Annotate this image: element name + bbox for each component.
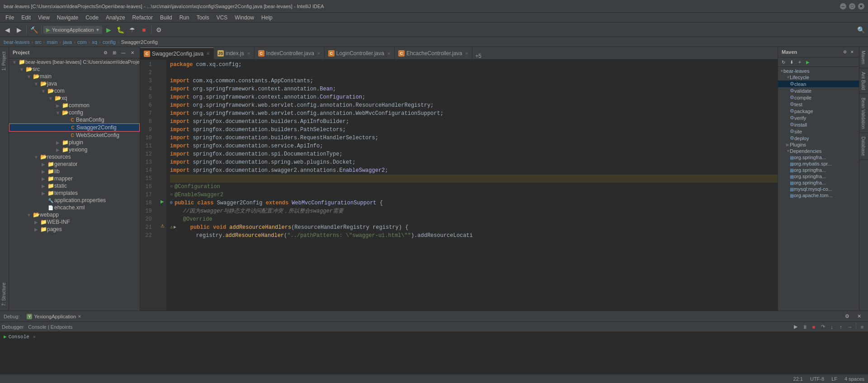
tree-item-websocketconfig[interactable]: C WebSocketConfig (9, 132, 140, 139)
tree-item-webinf[interactable]: ▶ 📁 WEB-INF (9, 218, 140, 226)
console-area[interactable]: ▶ Console ✕ (0, 332, 868, 374)
project-close-btn[interactable]: ✕ (129, 49, 136, 56)
maven-item-package[interactable]: ⚙ package (778, 108, 859, 114)
tree-item-com[interactable]: ▼ 📂 com (9, 87, 140, 95)
tab-close-logincontroller[interactable]: ✕ (387, 51, 391, 56)
maven-add-btn[interactable]: + (796, 58, 803, 66)
menu-edit[interactable]: Edit (18, 14, 34, 22)
side-tab-bean-validation[interactable]: Bean Validation (859, 94, 868, 133)
menu-code[interactable]: Code (82, 14, 102, 22)
debug-step-into-btn[interactable]: ↓ (828, 323, 836, 331)
menu-window[interactable]: Window (231, 14, 258, 22)
menu-analyze[interactable]: Analyze (102, 14, 129, 22)
tree-item-swagger2config[interactable]: C Swagger2Config (9, 123, 140, 132)
maven-tree[interactable]: ▼ bear-leaves ▼ Lifecycle ⚙ clean ⚙ vali… (778, 67, 859, 311)
tree-item-static[interactable]: ▶ 📁 static (9, 182, 140, 189)
tab-close-ehcachecontroller[interactable]: ✕ (465, 51, 468, 56)
maven-item-root[interactable]: ▼ bear-leaves (778, 68, 859, 74)
run-button[interactable]: ▶ (103, 24, 114, 35)
maven-item-test[interactable]: ⚙ test (778, 101, 859, 108)
project-tree[interactable]: ▼ 📁 bear-leaves [bear-levaes] C:\Users\x… (9, 58, 140, 311)
maven-dep-5[interactable]: ▦ org.springfra... (778, 180, 859, 186)
debug-pause-btn[interactable]: ⏸ (801, 323, 809, 331)
breadcrumb-config[interactable]: config (103, 39, 116, 45)
maven-settings-btn[interactable]: ⚙ (842, 49, 848, 55)
maven-item-install[interactable]: ⚙ install (778, 121, 859, 128)
stop-button[interactable]: ■ (138, 24, 149, 35)
maven-item-site[interactable]: ⚙ site (778, 128, 859, 135)
tab-ehcachecontroller[interactable]: C EhcacheController.java ✕ (395, 47, 472, 59)
maven-dep-2[interactable]: ▦ org.mybatis.spr... (778, 161, 859, 167)
breadcrumb-java[interactable]: java (63, 39, 72, 45)
coverage-button[interactable]: ☂ (127, 24, 137, 35)
forward-button[interactable]: ▶ (14, 24, 24, 35)
tree-item-resources[interactable]: ▼ 📂 resources (9, 153, 140, 161)
breadcrumb-com[interactable]: com (77, 39, 87, 45)
debug-evaluate-btn[interactable]: ≡ (858, 323, 866, 331)
debug-button[interactable]: 🐛 (115, 24, 126, 35)
tree-item-config[interactable]: ▼ 📂 config (9, 109, 140, 116)
maven-item-validate[interactable]: ⚙ validate (778, 87, 859, 94)
tree-item-application-properties[interactable]: 🔧 application.properties (9, 197, 140, 204)
debug-step-over-btn[interactable]: ↷ (819, 323, 827, 331)
menu-file[interactable]: File (2, 14, 18, 22)
tree-item-plugin[interactable]: ▶ 📁 plugin (9, 139, 140, 146)
tree-item-mapper[interactable]: ▶ 📁 mapper (9, 175, 140, 182)
settings-button[interactable]: ⚙ (153, 24, 164, 35)
maven-dep-1[interactable]: ▦ org.springfra... (778, 154, 859, 161)
maven-close-btn[interactable]: ✕ (849, 49, 855, 55)
menu-refactor[interactable]: Refactor (129, 14, 156, 22)
back-button[interactable]: ◀ (2, 24, 13, 35)
debug-resume-btn[interactable]: ▶ (792, 323, 800, 331)
code-content[interactable]: package com.xq.config; import com.xq.com… (166, 60, 778, 311)
maven-item-compile[interactable]: ⚙ compile (778, 94, 859, 101)
tree-item-ehcache[interactable]: 📄 ehcache.xml (9, 204, 140, 211)
tree-item-xq[interactable]: ▼ 📂 xq (9, 95, 140, 102)
menu-view[interactable]: View (34, 14, 53, 22)
console-tab[interactable]: Console | Endpoints (28, 324, 72, 330)
maximize-button[interactable]: □ (849, 3, 855, 9)
debug-run-to-cursor-btn[interactable]: → (846, 323, 854, 331)
maven-dep-4[interactable]: ▦ org.springfra... (778, 173, 859, 180)
tab-close-indexjs[interactable]: ✕ (247, 51, 250, 56)
project-settings-btn[interactable]: ⚙ (102, 49, 109, 56)
tree-item-pages[interactable]: ▶ 📁 pages (9, 226, 140, 233)
tree-item-lib[interactable]: ▶ 📁 lib (9, 168, 140, 175)
tab-close-indexcontroller[interactable]: ✕ (317, 51, 321, 56)
breadcrumb-bear-leaves[interactable]: bear-leaves (4, 39, 29, 45)
tree-item-root[interactable]: ▼ 📁 bear-leaves [bear-levaes] C:\Users\x… (9, 58, 140, 66)
tree-item-beanconfig[interactable]: C BeanConfig (9, 116, 140, 123)
bottom-settings-btn[interactable]: ⚙ (842, 311, 853, 322)
run-config-selector[interactable]: ▶ YexiongApplication ▼ (43, 26, 102, 34)
project-collapse-btn[interactable]: — (120, 49, 127, 56)
project-layout-btn[interactable]: ⊞ (111, 49, 118, 56)
code-editor[interactable]: 1 2 3 4 5 6 7 8 9 10 11 12 13 14 15 16 1… (140, 60, 778, 311)
menu-vcs[interactable]: VCS (213, 14, 231, 22)
maven-refresh-btn[interactable]: ↻ (780, 58, 787, 66)
tree-item-yexiong[interactable]: ▶ 📁 yexiong (9, 146, 140, 153)
menu-run[interactable]: Run (176, 14, 193, 22)
tree-item-templates[interactable]: ▶ 📁 templates (9, 189, 140, 197)
side-tab-ant-build[interactable]: Ant Build (859, 68, 868, 94)
maven-dep-6[interactable]: ▦ mysql:mysql-co... (778, 186, 859, 192)
tab-more[interactable]: +5 (472, 53, 484, 59)
tree-item-common[interactable]: ▶ 📁 common (9, 102, 140, 109)
maven-item-deploy[interactable]: ⚙ deploy (778, 135, 859, 142)
tree-item-generator[interactable]: ▶ 📁 generator (9, 161, 140, 168)
close-button[interactable]: ✕ (858, 3, 864, 9)
side-tab-database[interactable]: Database (859, 133, 868, 160)
maven-item-verify[interactable]: ⚙ verify (778, 114, 859, 121)
console-item-console[interactable]: ▶ Console ✕ (4, 334, 864, 340)
build-button[interactable]: 🔨 (28, 24, 39, 35)
maven-item-dependencies[interactable]: ▼ Dependencies (778, 148, 859, 154)
bottom-close-btn[interactable]: ✕ (854, 311, 864, 322)
maven-item-plugins[interactable]: ▶ Plugins (778, 142, 859, 148)
tree-item-src[interactable]: ▼ 📂 src (9, 66, 140, 73)
tab-indexjs[interactable]: JS index.js ✕ (214, 47, 255, 59)
maven-reimport-btn[interactable]: ⬇ (788, 58, 795, 66)
maven-item-lifecycle[interactable]: ▼ Lifecycle (778, 74, 859, 80)
menu-help[interactable]: Help (258, 14, 276, 22)
tab-swagger2config[interactable]: C Swagger2Config.java ✕ (140, 47, 214, 59)
tree-item-main[interactable]: ▼ 📂 main (9, 73, 140, 80)
debug-step-out-btn[interactable]: ↑ (837, 323, 845, 331)
